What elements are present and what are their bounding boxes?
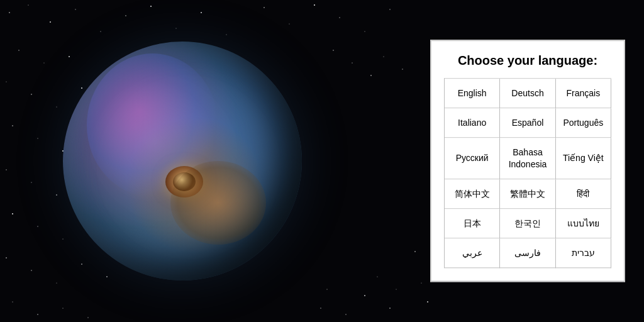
svg-point-55 [421,282,421,283]
svg-point-13 [314,4,315,6]
svg-point-62 [327,289,328,290]
svg-point-5 [101,31,101,32]
svg-point-54 [414,251,416,252]
lang-btn-en[interactable]: English [445,79,500,108]
svg-point-40 [6,257,7,258]
lang-btn-fa[interactable]: فارسی [500,238,555,268]
lang-btn-ko[interactable]: 한국인 [500,209,555,238]
svg-point-52 [384,57,384,57]
planet-feature [165,166,203,197]
svg-point-57 [396,289,397,290]
lang-btn-de[interactable]: Deutsch [500,79,555,108]
lang-btn-fr[interactable]: Français [556,79,611,108]
svg-point-10 [226,35,227,35]
lang-btn-vi[interactable]: Tiếng Việt [556,138,611,179]
svg-point-22 [57,107,57,108]
lang-btn-ru[interactable]: Русский [445,138,500,179]
svg-point-32 [56,194,57,196]
lang-btn-es[interactable]: Español [500,109,555,138]
lang-btn-zh-cn[interactable]: 简体中文 [445,179,500,209]
lang-btn-it[interactable]: Italiano [445,109,500,138]
svg-point-12 [289,23,289,24]
lang-btn-ar[interactable]: عربي [445,238,500,268]
svg-point-63 [320,308,321,309]
svg-point-17 [18,50,19,50]
svg-point-20 [6,81,6,82]
svg-point-15 [365,31,365,32]
svg-point-9 [201,12,202,13]
svg-point-60 [364,295,365,296]
svg-point-61 [345,314,346,314]
panel-title: Choose your language: [444,53,611,68]
svg-point-30 [6,169,6,170]
svg-point-14 [339,17,340,18]
language-panel: Choose your language: EnglishDeutschFran… [430,40,625,282]
svg-point-3 [50,21,51,23]
svg-point-18 [44,63,45,64]
svg-point-21 [31,94,32,95]
svg-point-58 [389,308,391,309]
svg-point-53 [402,69,402,69]
svg-point-47 [63,308,64,309]
svg-point-56 [427,301,428,303]
lang-btn-zh-tw[interactable]: 繁體中文 [500,179,555,209]
svg-point-48 [87,317,88,318]
lang-btn-pt[interactable]: Português [556,109,611,138]
svg-point-46 [37,314,38,315]
svg-point-41 [31,270,31,270]
svg-point-1 [9,12,10,13]
svg-point-8 [175,28,176,28]
lang-btn-th[interactable]: แบบไทย [556,209,611,238]
language-grid: EnglishDeutschFrançaisItalianoEspañolPor… [444,78,611,268]
svg-point-36 [37,226,38,226]
svg-point-4 [75,9,75,9]
svg-point-45 [12,301,13,302]
planet [63,42,302,280]
lang-btn-id[interactable]: Bahasa Indonesia [500,138,555,179]
svg-point-49 [333,50,334,51]
svg-point-16 [389,9,391,10]
svg-point-26 [37,138,38,138]
svg-point-31 [31,182,32,183]
svg-point-51 [370,75,372,76]
planet-sphere [63,42,302,280]
lang-btn-ja[interactable]: 日本 [445,209,500,238]
svg-point-25 [12,125,13,126]
svg-point-50 [352,62,352,63]
svg-point-2 [28,4,28,5]
svg-point-7 [150,6,152,7]
lang-btn-hi[interactable]: हिंदी [556,179,611,209]
lang-btn-he[interactable]: עברית [556,238,611,268]
svg-point-11 [264,7,265,8]
svg-point-42 [57,283,57,284]
svg-point-59 [377,276,377,277]
svg-point-35 [12,213,13,214]
svg-point-6 [125,15,126,16]
